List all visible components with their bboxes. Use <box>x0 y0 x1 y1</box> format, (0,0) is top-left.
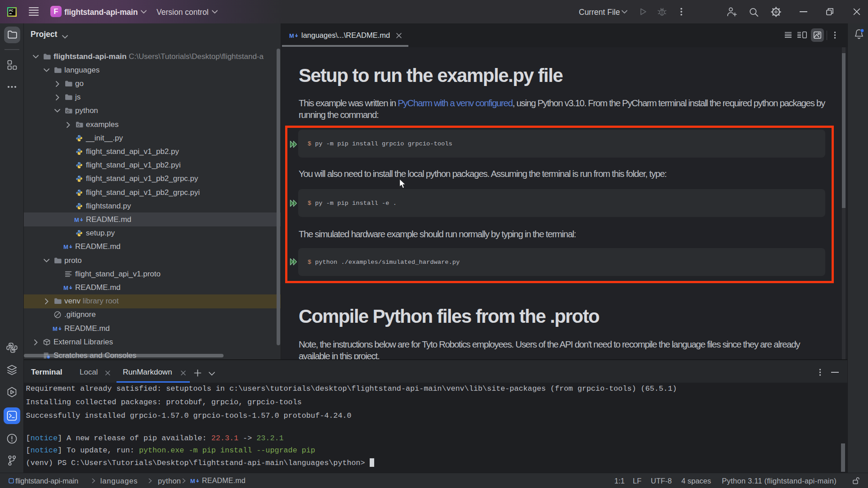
svg-text:PC: PC <box>9 9 13 12</box>
